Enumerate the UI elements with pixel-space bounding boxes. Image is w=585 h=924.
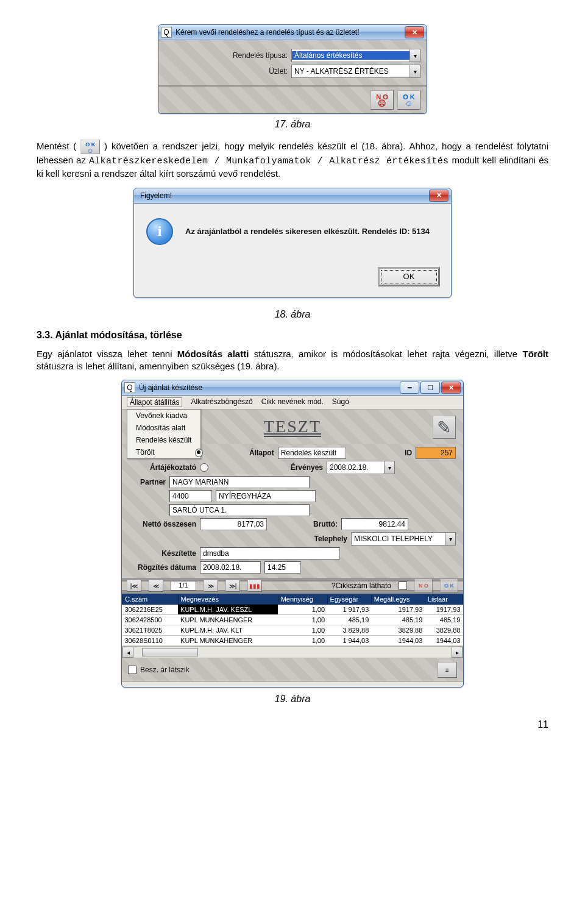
ervenyes-input[interactable]: 2008.02.18. ▾	[327, 461, 395, 474]
radio-arajanlat[interactable]	[195, 449, 203, 457]
telephely-select[interactable]: MISKOLCI TELEPHELY ▾	[351, 532, 456, 546]
col-megnevezes[interactable]: Megnevezés	[178, 594, 278, 605]
close-icon[interactable]: ✕	[441, 382, 461, 394]
ok-button[interactable]: O K	[440, 578, 458, 593]
text: státuszra, amikor is módosításokat lehet…	[254, 349, 523, 359]
prev-page-icon[interactable]: ≪	[149, 580, 163, 592]
pencil-icon[interactable]: ✎	[433, 416, 456, 439]
ok-button[interactable]: O K ☺	[397, 90, 420, 110]
scroll-left-icon[interactable]: ◂	[122, 647, 133, 658]
figure-caption: 17. ábra	[37, 119, 548, 130]
netto-value: 8177,03	[200, 518, 267, 530]
besz-checkbox[interactable]	[128, 666, 136, 674]
telephely-label: Telephely	[280, 535, 347, 543]
ok-button[interactable]: OK	[378, 267, 440, 286]
menu-item-rename[interactable]: Cikk nevének mód.	[261, 397, 324, 407]
item-table: C.szám Megnevezés Mennyiség Egységár Meg…	[122, 594, 463, 646]
rogzites-time: 14:25	[264, 561, 301, 574]
col-megall[interactable]: Megáll.egys	[371, 594, 425, 605]
section-heading: 3.3. Ajánlat módosítása, törlése	[37, 330, 548, 341]
close-icon[interactable]: ✕	[405, 26, 424, 38]
dialog-title: Kérem vevői rendeléshez a rendelés típus…	[176, 28, 401, 37]
col-cszam[interactable]: C.szám	[122, 594, 179, 605]
rogzites-date: 2008.02.18.	[200, 561, 261, 574]
col-egysegar[interactable]: Egységár	[327, 594, 371, 605]
chevron-down-icon[interactable]: ▾	[384, 461, 394, 474]
radio-artajekoztato[interactable]	[200, 463, 208, 472]
ok-button-inline: O K ☺	[80, 140, 100, 154]
scroll-right-icon[interactable]: ▸	[452, 647, 463, 658]
dropdown-item[interactable]: Rendelés készült	[127, 434, 200, 446]
last-page-icon[interactable]: ≫|	[225, 580, 240, 592]
chevron-down-icon[interactable]: ▾	[410, 49, 420, 62]
first-page-icon[interactable]: |≪	[127, 580, 141, 592]
store-value: NY - ALKATRÉSZ ÉRTÉKES	[292, 67, 410, 76]
scroll-thumb[interactable]	[142, 648, 198, 656]
allapot-label: Állapot	[211, 449, 274, 457]
app-icon: Q	[124, 382, 135, 393]
dialog-title: Figyelem!	[136, 191, 425, 200]
street-input[interactable]: SARLÓ UTCA 1.	[169, 504, 310, 516]
paragraph: Egy ajánlatot vissza lehet tenni Módosít…	[37, 348, 548, 373]
list-icon[interactable]: ≡	[438, 662, 457, 678]
text: státuszra is lehet állítani, amennyiben …	[37, 361, 280, 371]
dropdown-item[interactable]: Vevőnek kiadva	[127, 410, 200, 422]
ok-button-label: OK	[403, 272, 415, 281]
toolbar: |≪ ≪ 1/1 ≫ ≫| ▮▮▮ ?Cikkszám látható N O …	[122, 580, 463, 591]
status-dropdown[interactable]: Vevőnek kiadva Módosítás alatt Rendelés …	[127, 409, 201, 459]
keszitette-label: Készítette	[129, 549, 196, 558]
no-button[interactable]: N O ☹	[370, 90, 394, 110]
smile-icon: ☺	[405, 101, 413, 107]
figure-caption: 18. ábra	[37, 309, 548, 320]
cikkszam-label: ?Cikkszám látható	[332, 581, 391, 590]
dropdown-item[interactable]: Módosítás alatt	[127, 422, 200, 434]
dialog-new-offer: Q Új ajánlat készítése ━ ☐ ✕ Állapot átá…	[121, 380, 464, 688]
dropdown-item[interactable]: Törölt	[127, 446, 200, 458]
col-listaar[interactable]: Listaár	[425, 594, 463, 605]
pager: 1/1	[171, 581, 196, 591]
barcode-icon[interactable]: ▮▮▮	[247, 580, 262, 592]
brutto-label: Bruttó:	[271, 520, 338, 528]
frown-icon: ☹	[378, 101, 386, 107]
store-select[interactable]: NY - ALKATRÉSZ ÉRTÉKES ▾	[291, 65, 420, 78]
telephely-value: MISKOLCI TELEPHELY	[352, 535, 445, 543]
dialog-message: Az árajánlatból a rendelés sikeresen elk…	[185, 227, 430, 236]
artajekoztato-label: Ártájékoztató	[129, 463, 196, 472]
col-mennyiseg[interactable]: Mennyiség	[278, 594, 327, 605]
zip-input[interactable]: 4400	[169, 490, 212, 502]
page-number: 11	[37, 719, 548, 730]
partner-value[interactable]: NAGY MARIANN	[169, 476, 310, 488]
table-row[interactable]: 30628S0110KUPL MUNKAHENGER1,001 944,0319…	[122, 636, 463, 646]
figure-caption: 19. ábra	[37, 694, 548, 705]
maximize-icon[interactable]: ☐	[420, 382, 440, 394]
minimize-icon[interactable]: ━	[400, 382, 419, 394]
status-name: Törölt	[523, 349, 549, 359]
chevron-down-icon[interactable]: ▾	[445, 533, 455, 545]
store-label: Üzlet:	[269, 67, 288, 76]
next-page-icon[interactable]: ≫	[204, 580, 218, 592]
brutto-value: 9812.44	[341, 518, 408, 530]
table-row[interactable]: 3062428500KUPL MUNKAHENGER1,00485,19485,…	[122, 615, 463, 625]
order-type-select[interactable]: Általános értékesítés ▾	[291, 49, 420, 62]
menu-item-browser[interactable]: Alkatrészböngésző	[191, 397, 252, 407]
menu-item-help[interactable]: Súgó	[332, 397, 349, 407]
table-row[interactable]: 30621T8025KUPL.M.H. JAV. KLT1,003 829,88…	[122, 625, 463, 636]
horizontal-scrollbar[interactable]: ◂ ▸	[122, 646, 463, 658]
text: Mentést (	[37, 141, 76, 151]
no-button-label: N O	[419, 583, 428, 589]
info-icon: i	[146, 218, 173, 245]
cikkszam-checkbox[interactable]	[399, 581, 407, 590]
besz-label: Besz. ár látszik	[140, 666, 190, 674]
city-input[interactable]: NYÍREGYHÁZA	[216, 490, 316, 502]
chevron-down-icon[interactable]: ▾	[410, 65, 420, 77]
ok-button-label: O K	[444, 583, 454, 589]
table-row[interactable]: 3062216E25KUPL.M.H. JAV. KÉSZL1,001 917,…	[122, 605, 463, 615]
no-button[interactable]: N O	[414, 578, 433, 593]
menu-item-status[interactable]: Állapot átállítás	[127, 397, 182, 407]
close-icon[interactable]: ✕	[429, 190, 448, 202]
banner-text: TESZT	[264, 417, 321, 436]
ervenyes-value: 2008.02.18.	[327, 463, 384, 472]
ervenyes-label: Érvényes	[256, 463, 323, 472]
partner-label: Partner	[129, 478, 166, 486]
dialog-attention: Figyelem! ✕ i Az árajánlatból a rendelés…	[133, 188, 452, 298]
